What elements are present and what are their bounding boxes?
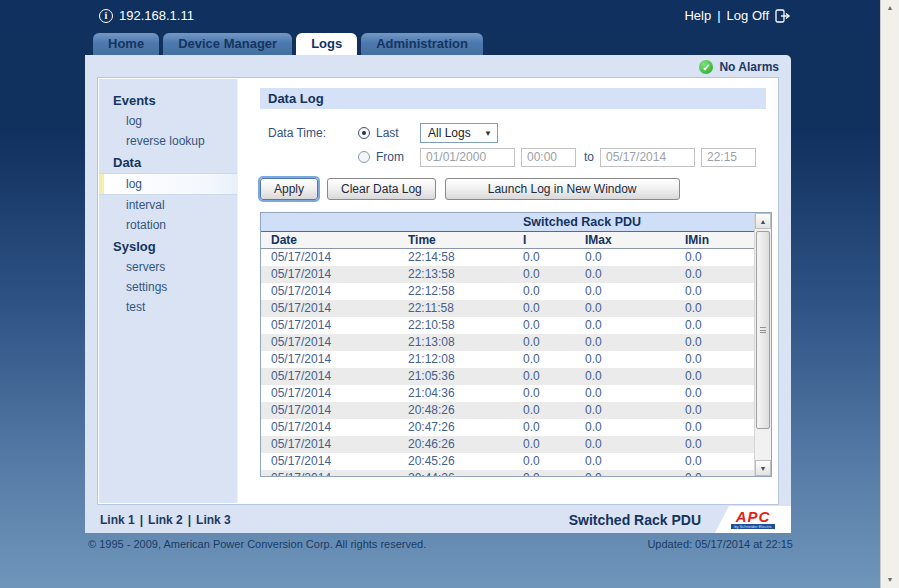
table-row: 05/17/201420:47:260.00.00.0 (261, 419, 754, 436)
footer-link-separator: | (140, 513, 143, 527)
table-cell: 21:04:36 (408, 385, 523, 402)
log-range-select[interactable]: All Logs ▼ (420, 123, 498, 143)
table-cell: 0.0 (585, 436, 685, 453)
table-cell: 22:10:58 (408, 317, 523, 334)
table-row: 05/17/201422:13:580.00.00.0 (261, 266, 754, 283)
to-date-field[interactable] (600, 148, 695, 167)
log-range-selected-value: All Logs (428, 126, 471, 140)
logoff-link[interactable]: Log Off (727, 8, 769, 23)
from-radio-label: From (376, 150, 414, 164)
to-time-field[interactable] (701, 148, 756, 167)
device-ip: i 192.168.1.11 (99, 8, 194, 23)
to-label: to (584, 150, 594, 164)
table-cell: 20:46:26 (408, 436, 523, 453)
table-cell: 20:47:26 (408, 419, 523, 436)
button-row: Apply Clear Data Log Launch Log in New W… (260, 169, 766, 200)
sidebar-item-settings[interactable]: settings (99, 277, 237, 297)
logoff-icon[interactable] (775, 9, 791, 23)
content-panel: Eventslogreverse lookupDatalogintervalro… (97, 77, 779, 505)
sidebar-item-log[interactable]: log (99, 111, 237, 131)
column-header-date: Date (261, 232, 408, 248)
table-cell: 0.0 (523, 419, 585, 436)
topbar-links: Help | Log Off (684, 8, 791, 23)
scrollbar-grip-icon (760, 327, 766, 333)
sidebar-item-interval[interactable]: interval (99, 195, 237, 215)
sidebar-item-log[interactable]: log (99, 173, 237, 195)
table-scroll-up-arrow[interactable]: ▲ (755, 213, 771, 229)
table-cell: 21:05:36 (408, 368, 523, 385)
table-cell: 05/17/2014 (261, 385, 408, 402)
table-cell: 0.0 (523, 249, 585, 266)
alarm-status-label: No Alarms (719, 60, 779, 74)
window-scrollbar[interactable]: ▲ ▼ (880, 0, 899, 588)
table-cell: 22:11:58 (408, 300, 523, 317)
help-link[interactable]: Help (684, 8, 711, 23)
sidebar-item-test[interactable]: test (99, 297, 237, 317)
tab-logs[interactable]: Logs (296, 33, 357, 55)
table-cell: 0.0 (523, 453, 585, 470)
table-cell: 0.0 (585, 249, 685, 266)
table-row: 05/17/201422:10:580.00.00.0 (261, 317, 754, 334)
sidebar-item-servers[interactable]: servers (99, 257, 237, 277)
last-radio[interactable] (358, 127, 370, 139)
table-cell: 0.0 (585, 317, 685, 334)
copyright-text: © 1995 - 2009, American Power Conversion… (88, 538, 426, 550)
footer-link-separator: | (188, 513, 191, 527)
from-radio[interactable] (358, 151, 370, 163)
table-cell: 0.0 (523, 385, 585, 402)
table-row: 05/17/201420:46:260.00.00.0 (261, 436, 754, 453)
table-cell: 20:45:26 (408, 453, 523, 470)
table-cell: 05/17/2014 (261, 317, 408, 334)
table-row: 05/17/201422:12:580.00.00.0 (261, 283, 754, 300)
clear-data-log-button[interactable]: Clear Data Log (327, 178, 436, 200)
table-cell: 20:48:26 (408, 402, 523, 419)
table-scrollbar-thumb[interactable] (756, 231, 770, 429)
table-cell: 0.0 (523, 300, 585, 317)
launch-log-button[interactable]: Launch Log in New Window (445, 178, 680, 200)
footer-link-3[interactable]: Link 3 (196, 513, 231, 527)
window-scroll-down-arrow[interactable]: ▼ (881, 572, 899, 588)
table-row: 05/17/201422:14:580.00.00.0 (261, 249, 754, 266)
apply-button[interactable]: Apply (260, 178, 318, 200)
table-cell: 21:12:08 (408, 351, 523, 368)
table-cell: 0.0 (523, 436, 585, 453)
data-time-form: Data Time: Last All Logs ▼ From to (260, 109, 766, 169)
table-cell: 0.0 (685, 419, 754, 436)
sidebar-item-reverse-lookup[interactable]: reverse lookup (99, 131, 237, 151)
footer-link-2[interactable]: Link 2 (148, 513, 183, 527)
table-cell: 0.0 (523, 368, 585, 385)
from-time-field[interactable] (521, 148, 576, 167)
sidebar-item-rotation[interactable]: rotation (99, 215, 237, 235)
table-cell: 0.0 (685, 334, 754, 351)
table-row: 05/17/201420:45:260.00.00.0 (261, 453, 754, 470)
table-cell: 05/17/2014 (261, 300, 408, 317)
window-scroll-up-arrow[interactable]: ▲ (881, 0, 899, 16)
table-cell: 0.0 (685, 368, 754, 385)
table-header-row: DateTimeIIMaxIMin (261, 231, 754, 249)
table-row: 05/17/201421:04:360.00.00.0 (261, 385, 754, 402)
table-cell: 05/17/2014 (261, 351, 408, 368)
tab-device-manager[interactable]: Device Manager (163, 33, 292, 55)
table-group-label: Switched Rack PDU (523, 213, 641, 231)
table-row: 05/17/201422:11:580.00.00.0 (261, 300, 754, 317)
from-date-field[interactable] (420, 148, 515, 167)
table-group-header: Switched Rack PDU (261, 213, 754, 231)
footer-link-1[interactable]: Link 1 (100, 513, 135, 527)
table-row: 05/17/201421:05:360.00.00.0 (261, 368, 754, 385)
column-header-imax: IMax (585, 232, 685, 248)
table-cell: 0.0 (523, 266, 585, 283)
table-cell: 05/17/2014 (261, 283, 408, 300)
tab-administration[interactable]: Administration (361, 33, 483, 55)
table-cell: 0.0 (685, 351, 754, 368)
table-cell: 05/17/2014 (261, 266, 408, 283)
table-cell: 0.0 (523, 402, 585, 419)
tab-home[interactable]: Home (93, 33, 159, 55)
table-row: 05/17/201421:12:080.00.00.0 (261, 351, 754, 368)
data-time-label: Data Time: (268, 126, 358, 140)
product-name: Switched Rack PDU (569, 512, 715, 528)
table-scroll-down-arrow[interactable]: ▼ (755, 460, 771, 476)
table-cell: 0.0 (523, 470, 585, 476)
table-cell: 0.0 (523, 351, 585, 368)
alarm-status[interactable]: ✓ No Alarms (699, 58, 779, 76)
table-scrollbar[interactable]: ▲ ▼ (754, 213, 771, 476)
